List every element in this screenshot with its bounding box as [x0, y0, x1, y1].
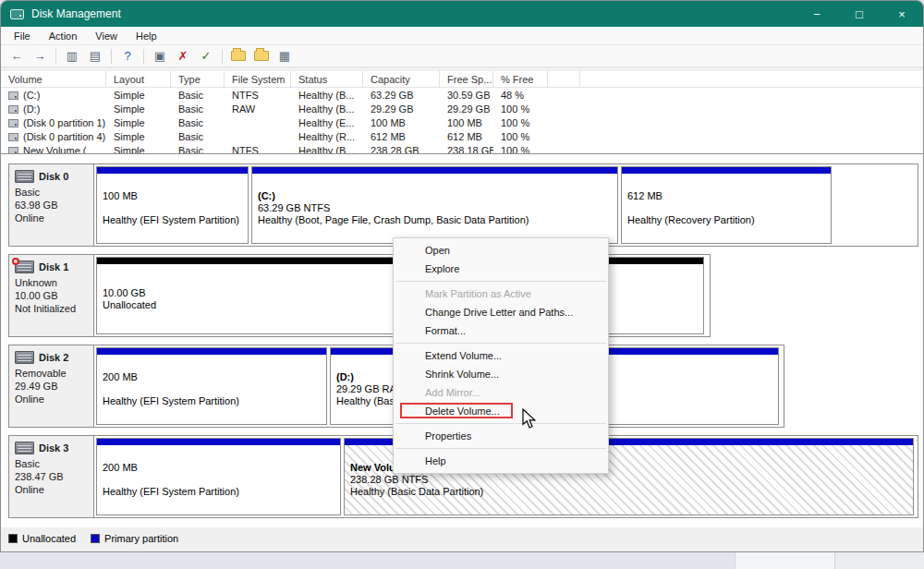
pct-text: 48 %	[501, 90, 524, 101]
menu-item-label: Change Drive Letter and Paths...	[425, 307, 573, 318]
volume-icon	[8, 105, 18, 114]
partition[interactable]: (C:)63.29 GB NTFSHealthy (Boot, Page Fil…	[251, 166, 618, 244]
table-row[interactable]: (Disk 0 partition 4)SimpleBasicHealthy (…	[1, 129, 923, 143]
column-header-free[interactable]: % Free	[493, 71, 548, 88]
console-tree-icon[interactable]: ▥	[62, 47, 82, 66]
disk-header-panel[interactable]: Disk 1Unknown10.00 GBNot Initialized	[9, 255, 94, 336]
partition-area: 100 MBHealthy (EFI System Partition)(C:)…	[94, 164, 918, 246]
maximize-button[interactable]: □	[838, 1, 881, 27]
menu-item-help[interactable]: Help	[127, 30, 166, 42]
volume-text: (D:)	[23, 103, 40, 115]
context-menu-item-delete-volume[interactable]: Delete Volume...	[394, 402, 608, 420]
partition-line: 63.29 GB NTFS	[258, 202, 612, 214]
menu-item-file[interactable]: File	[5, 30, 40, 42]
table-row[interactable]: (D:)SimpleBasicRAWHealthy (B...29.29 GB2…	[1, 102, 923, 115]
folder-settings-icon[interactable]	[251, 47, 272, 66]
context-menu-item-extend-volume[interactable]: Extend Volume...	[394, 346, 608, 365]
menu-item-action[interactable]: Action	[40, 30, 87, 42]
legend-item: Unallocated	[8, 533, 76, 544]
close-button[interactable]: ×	[881, 1, 923, 27]
partition-line: Healthy (Recovery Partition)	[627, 214, 825, 226]
table-row[interactable]: (C:)SimpleBasicNTFSHealthy (B...63.29 GB…	[1, 88, 923, 102]
properties-icon[interactable]: ▤	[85, 47, 105, 66]
menu-item-label: Format...	[425, 325, 466, 336]
legend-item: Primary partition	[91, 533, 178, 544]
cell-pct: 48 %	[493, 90, 548, 101]
cell-type: Basic	[171, 145, 225, 155]
partition-line: 200 MB	[103, 462, 334, 474]
column-header-type[interactable]: Type	[171, 71, 225, 88]
cell-fs: NTFS	[225, 145, 291, 155]
layout-text: Simple	[114, 90, 145, 101]
disk-info-line: Not Initialized	[15, 302, 88, 315]
column-header-capacity[interactable]: Capacity	[363, 71, 440, 88]
minimize-button[interactable]: −	[796, 1, 838, 27]
cell-volume: New Volume (	[1, 145, 106, 155]
status-text: Healthy (B...	[298, 145, 355, 155]
disk-info-line: Online	[15, 483, 88, 496]
context-menu-item-change-drive-letter-and-paths[interactable]: Change Drive Letter and Paths...	[394, 303, 608, 321]
disk-info-line: 238.47 GB	[15, 470, 88, 483]
disk-header-panel[interactable]: Disk 3Basic238.47 GBOnline	[9, 436, 94, 517]
display-icon[interactable]: ▣	[150, 47, 170, 66]
volume-text: New Volume (	[23, 145, 86, 155]
partition[interactable]: 612 MBHealthy (Recovery Partition)	[621, 166, 832, 244]
table-row[interactable]: (Disk 0 partition 1)SimpleBasicHealthy (…	[1, 115, 923, 129]
menu-item-view[interactable]: View	[86, 30, 127, 42]
cell-status: Healthy (B...	[291, 90, 363, 101]
pct-text: 100 %	[501, 117, 529, 128]
disk-header-panel[interactable]: Disk 2Removable29.49 GBOnline	[9, 345, 94, 427]
check-disk-icon[interactable]: ✓	[196, 47, 216, 66]
context-menu-item-mark-partition-as-active: Mark Partition as Active	[394, 284, 608, 303]
taskbar-tray[interactable]	[834, 552, 924, 569]
table-row[interactable]: New Volume (SimpleBasicNTFSHealthy (B...…	[1, 143, 923, 154]
cell-status: Healthy (B...	[291, 145, 363, 155]
disk-info-line: Basic	[15, 457, 88, 470]
column-header-layout[interactable]: Layout	[106, 71, 171, 88]
volume-icon	[8, 119, 18, 127]
context-menu-item-open[interactable]: Open	[394, 241, 608, 260]
forward-arrow-icon[interactable]: →	[30, 47, 50, 66]
partition-line: 100 MB	[103, 190, 242, 202]
mouse-cursor	[522, 408, 539, 431]
column-header-file-system[interactable]: File System	[225, 71, 291, 88]
context-menu-item-explore[interactable]: Explore	[394, 260, 608, 278]
column-header-free-sp[interactable]: Free Sp...	[440, 71, 493, 88]
partition-line	[103, 202, 242, 214]
partition-color-bar	[97, 439, 340, 445]
taskbar-item[interactable]	[735, 552, 834, 569]
delete-icon[interactable]: ✗	[173, 47, 193, 66]
column-header-volume[interactable]: Volume	[1, 71, 106, 88]
free-text: 29.29 GB	[447, 103, 490, 115]
legend-label: Primary partition	[104, 533, 178, 544]
context-menu-item-format[interactable]: Format...	[394, 321, 608, 340]
help-icon[interactable]: ?	[117, 47, 138, 66]
properties-icon-glyph: ▤	[90, 50, 101, 62]
details-icon[interactable]: ▦	[274, 47, 295, 66]
capacity-text: 238.28 GB	[371, 145, 419, 155]
status-text: Healthy (R...	[298, 131, 355, 142]
type-text: Basic	[178, 90, 203, 101]
menu-item-label: Open	[425, 245, 450, 256]
disk-header-panel[interactable]: Disk 0Basic63.98 GBOnline	[9, 164, 94, 246]
folder-up-icon[interactable]	[228, 47, 249, 66]
disk-info-line: 29.49 GB	[15, 380, 88, 393]
disk-header-top: Disk 0	[15, 170, 88, 183]
column-header-status[interactable]: Status	[291, 71, 363, 88]
partition-line: 238.28 GB NTFS	[350, 474, 907, 486]
partition[interactable]: 200 MBHealthy (EFI System Partition)	[96, 438, 341, 515]
volume-table-header: VolumeLayoutTypeFile SystemStatusCapacit…	[1, 71, 923, 88]
partition[interactable]: 100 MBHealthy (EFI System Partition)	[96, 166, 249, 244]
menu-item-label: Extend Volume...	[425, 350, 502, 361]
disk-icon	[15, 260, 34, 273]
disk-header-top: Disk 1	[15, 260, 88, 273]
context-menu-item-help[interactable]: Help	[394, 452, 608, 470]
context-menu-item-properties[interactable]: Properties	[394, 427, 608, 445]
capacity-text: 29.29 GB	[371, 103, 413, 115]
back-arrow-icon-glyph: ←	[11, 50, 23, 62]
context-menu-item-shrink-volume[interactable]: Shrink Volume...	[394, 365, 608, 383]
partition[interactable]: 200 MBHealthy (EFI System Partition)	[96, 347, 327, 425]
menu-item-label: Shrink Volume...	[425, 369, 499, 380]
volume-icon	[8, 133, 18, 141]
back-arrow-icon[interactable]: ←	[6, 47, 27, 66]
